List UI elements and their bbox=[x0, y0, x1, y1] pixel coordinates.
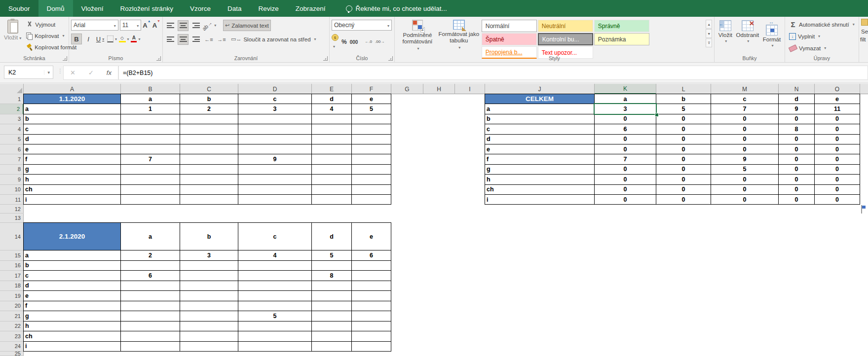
cell-L3[interactable]: 0 bbox=[656, 114, 711, 124]
row-header-2[interactable]: 2 bbox=[0, 104, 24, 114]
cell-M11[interactable]: 0 bbox=[711, 195, 779, 205]
table-2.1.2020-col-header-c[interactable]: c bbox=[238, 223, 312, 250]
cell-E18[interactable] bbox=[312, 281, 352, 291]
tell-me-box[interactable]: Řekněte mi, co chcete udělat... bbox=[346, 0, 447, 17]
table-1.1.2020-col-header-c[interactable]: c bbox=[238, 94, 312, 104]
cell-M2[interactable]: 7 bbox=[711, 104, 779, 114]
cell-L11[interactable]: 0 bbox=[656, 195, 711, 205]
align-right-button[interactable] bbox=[190, 34, 201, 45]
style-spravne[interactable]: Správně bbox=[594, 20, 649, 32]
column-header-F[interactable]: F bbox=[352, 84, 391, 94]
cell-F23[interactable] bbox=[352, 331, 391, 342]
cell-F22[interactable] bbox=[352, 321, 391, 332]
number-dialog-launcher[interactable] bbox=[388, 56, 393, 61]
cell-E19[interactable] bbox=[312, 291, 352, 301]
bold-button[interactable]: B bbox=[71, 34, 82, 44]
cell-L2[interactable]: 5 bbox=[656, 104, 711, 114]
cell-D11[interactable] bbox=[238, 195, 312, 205]
cell-D7[interactable]: 9 bbox=[238, 154, 312, 164]
row-header-25[interactable]: 25 bbox=[0, 352, 24, 356]
cell-A18[interactable]: d bbox=[24, 281, 121, 291]
tab-vlozeni[interactable]: Vložení bbox=[73, 0, 112, 17]
conditional-formatting-button[interactable]: ≠ Podmíněné formátování bbox=[397, 19, 438, 51]
cell-A15[interactable]: a bbox=[24, 250, 121, 261]
cell-E10[interactable] bbox=[312, 185, 352, 195]
cell-B18[interactable] bbox=[121, 281, 180, 291]
cell-C3[interactable] bbox=[180, 114, 238, 124]
cell-C8[interactable] bbox=[180, 165, 238, 175]
style-poznamka[interactable]: Poznámka bbox=[594, 33, 649, 45]
cell-D19[interactable] bbox=[238, 291, 312, 301]
row-header-19[interactable]: 19 bbox=[0, 291, 24, 301]
column-header-M[interactable]: M bbox=[711, 84, 779, 94]
comma-format-button[interactable]: 000 bbox=[350, 39, 358, 45]
cell-C19[interactable] bbox=[180, 291, 238, 301]
row-header-14[interactable]: 14 bbox=[0, 223, 24, 250]
paste-options-button[interactable] bbox=[861, 205, 868, 214]
cell-F10[interactable] bbox=[352, 185, 391, 195]
align-top-button[interactable] bbox=[165, 20, 176, 31]
align-center-button[interactable] bbox=[178, 34, 189, 45]
cell-B10[interactable] bbox=[121, 185, 180, 195]
cell-B4[interactable] bbox=[121, 124, 180, 134]
font-name-select[interactable]: Arial bbox=[71, 20, 118, 31]
clear-button[interactable]: Vymazat bbox=[787, 42, 857, 54]
font-color-button[interactable]: A bbox=[130, 34, 141, 44]
cell-J4[interactable]: c bbox=[485, 124, 595, 134]
column-header-B[interactable]: B bbox=[121, 84, 180, 94]
align-left-button[interactable] bbox=[165, 34, 176, 45]
cell-O5[interactable]: 0 bbox=[815, 135, 860, 144]
cell-D21[interactable]: 5 bbox=[238, 311, 312, 321]
table-CELKEM-col-header-b[interactable]: b bbox=[656, 94, 711, 104]
column-header-J[interactable]: J bbox=[485, 84, 595, 94]
cell-D6[interactable] bbox=[238, 144, 312, 154]
cell-C20[interactable] bbox=[180, 301, 238, 312]
cell-J3[interactable]: b bbox=[485, 114, 595, 124]
borders-button[interactable] bbox=[107, 34, 117, 44]
column-header-C[interactable]: C bbox=[180, 84, 238, 94]
cell-E2[interactable]: 4 bbox=[312, 104, 352, 114]
table-CELKEM-col-header-c[interactable]: c bbox=[711, 94, 779, 104]
cell-C10[interactable] bbox=[180, 185, 238, 195]
cell-O7[interactable]: 0 bbox=[815, 154, 860, 164]
cell-B20[interactable] bbox=[121, 301, 180, 312]
delete-cells-button[interactable]: Odstranit bbox=[736, 19, 759, 54]
column-header-A[interactable]: A bbox=[24, 84, 121, 94]
table-2.1.2020-col-header-b[interactable]: b bbox=[180, 223, 238, 250]
cell-K5[interactable]: 0 bbox=[595, 135, 656, 144]
style-kontrolni-bunka[interactable]: Kontrolní bu... bbox=[538, 33, 593, 45]
cell-A16[interactable]: b bbox=[24, 261, 121, 271]
cell-J11[interactable]: i bbox=[485, 195, 595, 205]
cell-C11[interactable] bbox=[180, 195, 238, 205]
clipboard-dialog-launcher[interactable] bbox=[63, 56, 67, 61]
name-box-caret-icon[interactable]: ▾ bbox=[44, 70, 53, 75]
row-header-11[interactable]: 11 bbox=[0, 195, 24, 205]
column-header-K[interactable]: K bbox=[595, 84, 656, 94]
row-header-5[interactable]: 5 bbox=[0, 135, 24, 144]
cell-B2[interactable]: 1 bbox=[121, 104, 180, 114]
table-CELKEM-col-header-a[interactable]: a bbox=[595, 94, 656, 104]
cell-E22[interactable] bbox=[312, 321, 352, 332]
cell-J6[interactable]: e bbox=[485, 144, 595, 154]
currency-format-button[interactable]: $ bbox=[332, 34, 339, 50]
cell-F19[interactable] bbox=[352, 291, 391, 301]
cell-B3[interactable] bbox=[121, 114, 180, 124]
cell-E16[interactable] bbox=[312, 261, 352, 271]
cell-J7[interactable]: f bbox=[485, 154, 595, 164]
row-header-15[interactable]: 15 bbox=[0, 250, 24, 261]
cell-F17[interactable] bbox=[352, 271, 391, 281]
table-2.1.2020-col-header-d[interactable]: d bbox=[312, 223, 352, 250]
fill-handle[interactable] bbox=[655, 113, 659, 117]
column-header-O[interactable]: O bbox=[815, 84, 860, 94]
cell-A22[interactable]: h bbox=[24, 321, 121, 332]
row-header-17[interactable]: 17 bbox=[0, 271, 24, 281]
table-1.1.2020-col-header-d[interactable]: d bbox=[312, 94, 352, 104]
tab-soubor[interactable]: Soubor bbox=[0, 0, 38, 17]
table-title-2.1.2020[interactable]: 2.1.2020 bbox=[24, 223, 121, 250]
tab-domu[interactable]: Domů bbox=[38, 0, 73, 17]
italic-button[interactable]: I bbox=[83, 34, 94, 44]
cell-N7[interactable]: 0 bbox=[779, 154, 815, 164]
cell-A21[interactable]: g bbox=[24, 311, 121, 321]
cell-L5[interactable]: 0 bbox=[656, 135, 711, 144]
row-header-3[interactable]: 3 bbox=[0, 114, 24, 124]
